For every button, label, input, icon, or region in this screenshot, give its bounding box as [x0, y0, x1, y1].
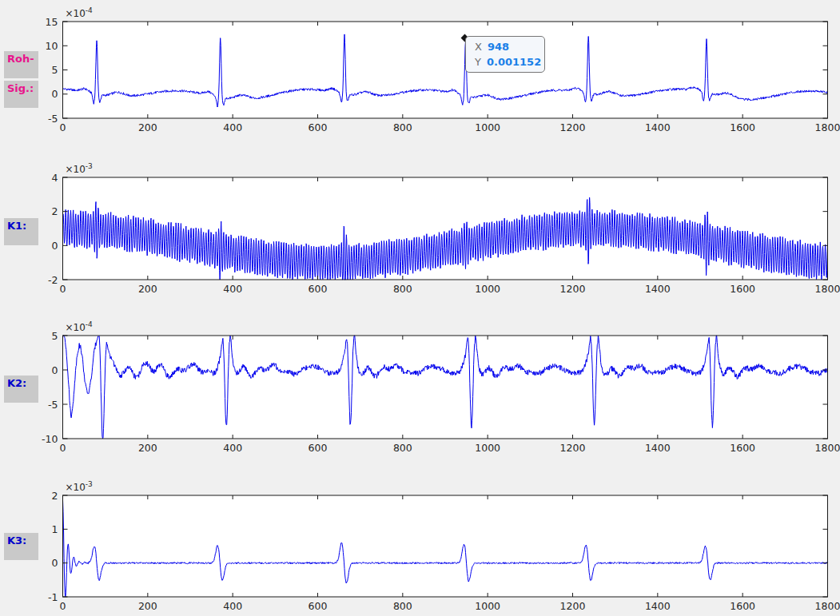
x-tick-label-k1: 200: [138, 283, 157, 295]
x-tick-label-k3: 1400: [645, 600, 671, 612]
y-tick-label-roh_signal: 15: [46, 16, 58, 28]
x-tick-label-roh_signal: 1800: [815, 121, 840, 133]
datatip[interactable]: X948 Y0.001152: [465, 36, 545, 73]
y-scale-label-k2: ×10-4: [66, 320, 94, 333]
x-tick-label-k2: 800: [393, 442, 412, 454]
x-tick-label-k3: 800: [393, 600, 412, 612]
x-tick-label-roh_signal: 200: [138, 121, 157, 133]
x-tick-label-roh_signal: 1000: [475, 121, 500, 133]
y-scale-label-k1: ×10-3: [66, 162, 93, 175]
x-tick-label-k3: 600: [309, 600, 328, 612]
y-tick-label-k1: 2: [52, 205, 58, 217]
y-tick-label-k3: 0: [52, 557, 58, 569]
y-tick-label-k3: -1: [48, 591, 58, 603]
y-tick-label-roh_signal: -5: [48, 113, 58, 125]
x-tick-label-roh_signal: 1200: [560, 121, 586, 133]
x-tick-label-k1: 800: [393, 283, 412, 295]
y-tick-label-k2: -5: [48, 399, 58, 411]
datatip-y-label: Y: [475, 56, 481, 68]
signal-label-roh-line2: Sig.:: [4, 81, 38, 108]
x-tick-label-k1: 1600: [730, 283, 755, 295]
x-tick-label-roh_signal: 600: [309, 121, 328, 133]
signal-label-k3: K3:: [4, 533, 38, 560]
x-tick-label-k1: 600: [309, 283, 328, 295]
y-tick-label-k2: 0: [52, 364, 58, 376]
x-tick-label-roh_signal: 1400: [645, 121, 671, 133]
signal-label-roh-line1: Roh-: [4, 51, 38, 78]
x-tick-label-k3: 200: [138, 600, 157, 612]
x-tick-label-k2: 1000: [475, 442, 500, 454]
matlab-figure: 020040060080010001200140016001800-505101…: [0, 0, 840, 616]
x-tick-label-roh_signal: 800: [393, 121, 412, 133]
y-tick-label-roh_signal: 10: [46, 40, 58, 52]
y-scale-label-roh_signal: ×10-4: [66, 6, 94, 19]
datatip-x-label: X: [475, 41, 482, 53]
y-tick-label-k1: 0: [52, 240, 58, 252]
signal-label-k1: K1:: [4, 218, 38, 245]
y-tick-label-k2: 5: [52, 330, 58, 342]
x-tick-label-k2: 200: [138, 442, 157, 454]
datatip-y-value: 0.001152: [487, 56, 541, 68]
x-tick-label-k2: 1400: [645, 442, 671, 454]
datatip-x-row: X948: [475, 39, 539, 54]
y-scale-label-k3: ×10-3: [66, 480, 93, 493]
x-tick-label-k2: 1200: [560, 442, 586, 454]
y-tick-label-k1: -2: [48, 274, 58, 286]
y-tick-label-roh_signal: 0: [52, 88, 58, 100]
x-tick-label-k1: 0: [60, 283, 66, 295]
datatip-y-row: Y0.001152: [475, 54, 539, 70]
x-tick-label-k2: 400: [223, 442, 242, 454]
signal-label-k2: K2:: [4, 376, 38, 403]
y-tick-label-roh_signal: 5: [52, 64, 58, 76]
x-tick-label-roh_signal: 400: [223, 121, 242, 133]
x-tick-label-k1: 1800: [815, 283, 840, 295]
axes-bg-roh_signal: [63, 22, 828, 118]
x-tick-label-k1: 1200: [560, 283, 586, 295]
x-tick-label-roh_signal: 1600: [730, 121, 755, 133]
x-tick-label-k2: 600: [309, 442, 328, 454]
x-tick-label-roh_signal: 0: [60, 121, 66, 133]
plots-canvas[interactable]: 020040060080010001200140016001800-505101…: [0, 0, 840, 616]
x-tick-label-k3: 1600: [730, 600, 755, 612]
x-tick-label-k3: 0: [60, 600, 66, 612]
y-tick-label-k3: 2: [52, 490, 58, 502]
y-tick-label-k2: -10: [42, 433, 58, 445]
y-tick-label-k1: 4: [52, 172, 58, 184]
x-tick-label-k2: 0: [60, 442, 66, 454]
x-tick-label-k1: 1000: [475, 283, 500, 295]
x-tick-label-k3: 1200: [560, 600, 586, 612]
y-tick-label-k3: 1: [52, 523, 58, 535]
axes-bg-k3: [63, 495, 828, 597]
x-tick-label-k2: 1600: [730, 442, 755, 454]
x-tick-label-k3: 1000: [475, 600, 500, 612]
x-tick-label-k1: 1400: [645, 283, 671, 295]
x-tick-label-k2: 1800: [815, 442, 840, 454]
x-tick-label-k3: 1800: [815, 600, 840, 612]
x-tick-label-k1: 400: [223, 283, 242, 295]
x-tick-label-k3: 400: [223, 600, 242, 612]
datatip-x-value: 948: [488, 41, 509, 53]
